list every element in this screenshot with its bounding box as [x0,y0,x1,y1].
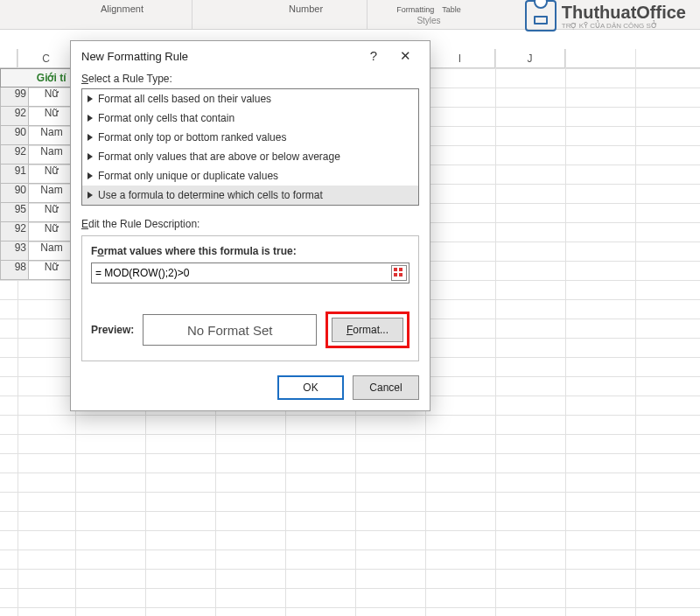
table-row[interactable]: 92Nam [0,145,75,164]
bullet-arrow-icon [88,134,93,141]
table-row[interactable]: 90Nam [0,126,75,145]
table-row[interactable]: 92Nữ [0,222,75,242]
table-row[interactable]: 93Nam [0,242,75,261]
rule-description-panel: Format values where this formula is true… [81,235,419,361]
bullet-arrow-icon [88,172,93,179]
bullet-arrow-icon [88,95,93,102]
range-selector-icon[interactable] [391,265,407,281]
rule-type-item-label: Format only cells that contain [98,112,234,124]
rule-type-item-label: Format only top or bottom ranked values [98,131,286,144]
format-button[interactable]: Format... [332,318,403,342]
rule-type-item[interactable]: Format only unique or duplicate values [82,166,418,186]
data-header-cell[interactable]: Giới tí [0,68,75,88]
rule-type-item[interactable]: Format only top or bottom ranked values [82,128,418,147]
table-row[interactable]: 90Nam [0,184,75,203]
rule-type-listbox[interactable]: Format all cells based on their valuesFo… [81,88,419,206]
table-row[interactable]: 92Nữ [0,107,75,126]
formula-input[interactable] [91,262,410,284]
rule-type-item-label: Format only unique or duplicate values [98,170,278,182]
new-formatting-rule-dialog: New Formatting Rule ? ✕ Select a Rule Ty… [70,40,430,411]
bullet-arrow-icon [88,192,93,199]
help-button[interactable]: ? [358,44,389,68]
rule-type-item[interactable]: Format all cells based on their values [82,89,418,108]
edit-rule-description-label: Edit the Rule Description: [81,218,419,230]
ok-button[interactable]: OK [277,375,344,400]
table-row[interactable]: 99Nữ [0,88,75,107]
table-row[interactable]: 98Nữ [0,261,75,280]
cancel-button[interactable]: Cancel [353,375,419,400]
rule-type-item-label: Format only values that are above or bel… [98,150,340,163]
rule-type-item-label: Format all cells based on their values [98,93,271,105]
dialog-title: New Formatting Rule [81,50,358,63]
select-rule-type-label: Select a Rule Type: [81,73,419,85]
rule-type-item[interactable]: Format only cells that contain [82,108,418,128]
preview-label: Preview: [91,324,134,336]
rule-type-item[interactable]: Format only values that are above or bel… [82,147,418,166]
format-button-highlight: Format... [326,312,410,348]
preview-box: No Format Set [143,314,317,346]
close-button[interactable]: ✕ [389,44,421,68]
rule-type-item[interactable]: Use a formula to determine which cells t… [82,186,418,205]
bullet-arrow-icon [88,115,93,122]
bullet-arrow-icon [88,153,93,160]
formula-label: Format values where this formula is true… [91,245,410,257]
rule-type-item-label: Use a formula to determine which cells t… [98,189,323,201]
table-row[interactable]: 95Nữ [0,203,75,222]
table-row[interactable]: 91Nữ [0,164,75,184]
dialog-titlebar[interactable]: New Formatting Rule ? ✕ [71,41,430,71]
